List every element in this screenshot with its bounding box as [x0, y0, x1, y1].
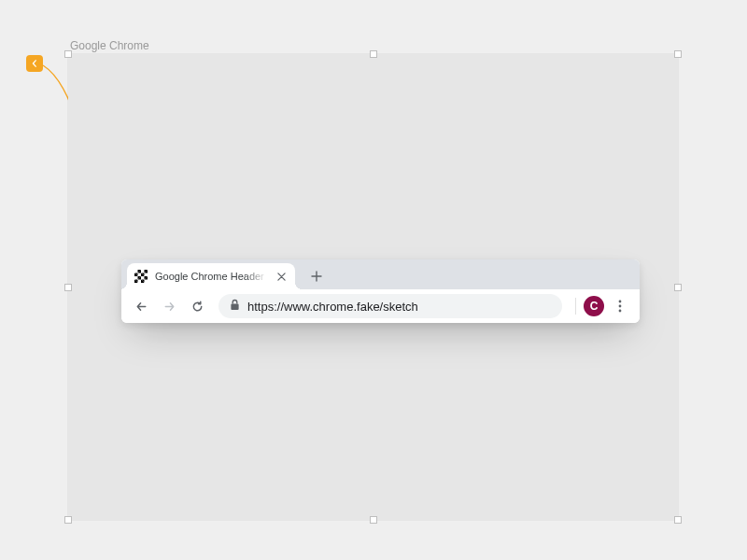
chrome-window: Google Chrome Header UI Freebie	[121, 259, 640, 323]
svg-rect-1	[231, 304, 238, 310]
forward-button[interactable]	[157, 294, 181, 318]
collapse-layer-badge[interactable]	[26, 55, 43, 72]
plus-icon	[311, 271, 322, 282]
favicon-checker-icon	[134, 270, 148, 283]
kebab-menu-icon	[618, 300, 622, 313]
tab-title: Google Chrome Header UI Freebie	[155, 271, 267, 282]
arrow-right-icon	[162, 300, 176, 314]
lock-icon	[230, 299, 240, 314]
selection-handle[interactable]	[64, 50, 72, 58]
selection-handle[interactable]	[674, 284, 682, 291]
selection-handle[interactable]	[64, 284, 72, 291]
arrow-left-icon	[134, 300, 148, 314]
selection-handle[interactable]	[64, 516, 72, 524]
reload-button[interactable]	[185, 294, 209, 318]
tab-strip: Google Chrome Header UI Freebie	[121, 259, 640, 289]
close-icon	[277, 273, 286, 281]
address-bar[interactable]: https://www.chrome.fake/sketch	[218, 294, 562, 318]
svg-point-4	[619, 310, 622, 313]
selection-handle[interactable]	[370, 50, 377, 58]
tab-close-button[interactable]	[275, 270, 288, 283]
chevron-left-icon	[31, 60, 38, 67]
svg-point-3	[619, 305, 622, 308]
url-text: https://www.chrome.fake/sketch	[247, 300, 551, 314]
overflow-menu-button[interactable]	[608, 294, 632, 318]
reload-icon	[190, 300, 204, 314]
toolbar: https://www.chrome.fake/sketch C	[121, 289, 640, 323]
svg-point-2	[619, 301, 622, 303]
new-tab-button[interactable]	[304, 264, 329, 288]
toolbar-divider	[575, 298, 576, 315]
browser-tab[interactable]: Google Chrome Header UI Freebie	[127, 263, 295, 289]
selection-handle[interactable]	[674, 50, 682, 58]
back-button[interactable]	[129, 294, 153, 318]
selection-handle[interactable]	[370, 516, 377, 524]
selection-handle[interactable]	[674, 516, 682, 524]
profile-avatar[interactable]: C	[584, 296, 604, 316]
artboard-label: Google Chrome	[70, 39, 149, 52]
